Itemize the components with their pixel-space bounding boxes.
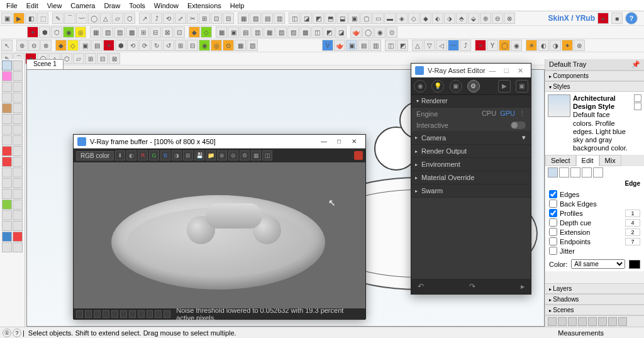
toolbar-icon[interactable]: ◩ — [313, 13, 324, 24]
maximize-button[interactable]: □ — [331, 137, 347, 147]
vfb-b-channel[interactable]: B — [160, 150, 170, 161]
vae-tab-frame[interactable]: ▣ — [516, 80, 528, 93]
toolbar-icon[interactable]: ⊙ — [223, 40, 234, 51]
tab-select[interactable]: Select — [545, 155, 576, 166]
toolbar-icon[interactable]: ▣ — [79, 40, 91, 51]
vfb-sb-btn[interactable] — [103, 310, 109, 318]
tray-icon[interactable] — [568, 317, 577, 326]
vfb-r-channel[interactable]: R — [138, 150, 148, 161]
channel-dropdown[interactable]: RGB color — [76, 151, 114, 161]
select-tool[interactable] — [2, 60, 12, 70]
tool[interactable] — [2, 146, 12, 156]
vae-tab-render[interactable]: ▶ — [498, 80, 511, 93]
tool[interactable] — [2, 103, 12, 113]
menu-window[interactable]: Window — [150, 1, 182, 11]
tool[interactable] — [2, 114, 12, 124]
toolbar-icon[interactable]: ◯ — [362, 26, 374, 38]
toolbar-icon[interactable]: ▸ — [597, 13, 609, 24]
tool[interactable] — [13, 210, 23, 220]
toolbar-icon[interactable]: ◧ — [25, 13, 36, 24]
toolbar-icon[interactable]: ⤴ — [460, 40, 471, 51]
gpu-option[interactable]: GPU — [500, 110, 515, 118]
tool[interactable] — [13, 135, 23, 145]
toolbar-icon[interactable]: ⌒ — [64, 13, 75, 24]
minimize-button[interactable]: — — [486, 67, 499, 74]
tool[interactable] — [2, 93, 12, 103]
toolbar-icon[interactable]: ✦ — [562, 40, 573, 51]
toolbar-icon[interactable]: ▦ — [216, 26, 227, 38]
toolbar-icon[interactable]: ◑ — [550, 40, 561, 51]
tool[interactable] — [2, 242, 12, 252]
vfb-btn[interactable]: ⬇ — [115, 150, 125, 161]
toolbar-icon[interactable]: ⟳ — [139, 40, 150, 51]
toolbar-icon[interactable]: ◪ — [301, 13, 312, 24]
tool[interactable] — [13, 242, 23, 252]
vray-frame-buffer-window[interactable]: V-Ray frame buffer - [100% of 800 x 450]… — [73, 134, 366, 319]
toolbar-icon[interactable]: ▣ — [348, 13, 360, 24]
toolbar-icon[interactable]: ⊗ — [504, 13, 515, 24]
vae-tab-settings[interactable]: ⚙ — [467, 80, 480, 93]
tool[interactable] — [2, 200, 12, 210]
toolbar-icon[interactable]: ▱ — [73, 53, 84, 64]
toolbar-icon[interactable]: ⊛ — [574, 40, 585, 51]
toolbar-icon[interactable]: ✦ — [103, 40, 114, 51]
tool[interactable] — [13, 93, 23, 103]
vfb-btn[interactable]: ⊕ — [217, 150, 227, 161]
vfb-sb-btn[interactable] — [76, 310, 83, 318]
toolbar-icon[interactable]: ▽ — [424, 40, 435, 51]
toolbar-icon[interactable]: ▨ — [287, 26, 299, 38]
toolbar-icon[interactable]: ⬡ — [51, 26, 62, 38]
toolbar-icon[interactable]: ▥ — [370, 40, 381, 51]
tool[interactable] — [13, 125, 23, 135]
scenes-panel[interactable]: Scenes — [545, 305, 644, 315]
toolbar-icon[interactable]: ✎ — [52, 13, 64, 24]
vae-render-output-section[interactable]: Render Output — [411, 145, 531, 158]
toolbar-icon[interactable]: ↺ — [163, 40, 174, 51]
toolbar-icon[interactable]: ▣ — [228, 26, 239, 38]
tray-icon[interactable] — [578, 317, 587, 326]
toolbar-icon[interactable]: ⬢ — [39, 26, 50, 38]
tool[interactable] — [2, 189, 12, 199]
toolbar-icon[interactable]: ⬖ — [432, 13, 443, 24]
toolbar-icon[interactable]: ◉ — [199, 40, 210, 51]
toolbar-icon[interactable]: 〰 — [448, 40, 459, 51]
toolbar-icon[interactable]: ⬘ — [456, 13, 467, 24]
toolbar-icon[interactable]: ▭ — [372, 13, 384, 24]
toolbar-icon[interactable]: ⬡ — [124, 13, 135, 24]
color-mode-select[interactable]: All same — [571, 259, 625, 269]
style-thumbnail[interactable] — [548, 94, 570, 117]
toolbar-icon[interactable]: ▤ — [240, 26, 251, 38]
tool[interactable] — [13, 200, 23, 210]
toolbar-icon[interactable]: ⊡ — [174, 26, 185, 38]
toolbar-icon[interactable]: ◁ — [436, 40, 447, 51]
style-action-icon[interactable] — [634, 103, 641, 110]
vray-render-icon[interactable]: 🫖 — [334, 40, 345, 51]
toolbar-icon[interactable]: ⊠ — [109, 53, 120, 64]
menu-draw[interactable]: Draw — [100, 1, 124, 11]
tool[interactable] — [13, 103, 23, 113]
toolbar-icon[interactable]: ⬗ — [444, 13, 455, 24]
style-action-icon[interactable] — [634, 94, 641, 102]
tray-icon[interactable] — [548, 317, 557, 326]
tray-icon[interactable] — [588, 317, 597, 326]
tool[interactable] — [2, 178, 12, 188]
toolbar-icon[interactable]: ↻ — [151, 40, 162, 51]
toolbar-icon[interactable]: ◆ — [189, 26, 200, 38]
vfb-sb-btn[interactable] — [129, 310, 136, 318]
vfb-sb-btn[interactable] — [164, 310, 170, 318]
vfb-sb-btn[interactable] — [138, 310, 145, 318]
toolbar-icon[interactable]: Y — [487, 40, 498, 51]
edge-style-icon[interactable] — [548, 167, 558, 177]
toolbar-icon[interactable]: 〰 — [76, 13, 87, 24]
question-icon[interactable]: ? — [625, 12, 638, 25]
toolbar-icon[interactable]: ▩ — [126, 26, 137, 38]
vae-tab-materials[interactable]: ◉ — [414, 80, 426, 93]
toolbar-icon[interactable]: ⊗ — [40, 40, 52, 51]
tray-icon[interactable] — [558, 317, 567, 326]
color-swatch[interactable] — [629, 260, 640, 269]
tray-pin-icon[interactable]: 📌 — [631, 60, 640, 69]
toolbar-icon[interactable]: ◇ — [201, 26, 212, 38]
vae-swarm-section[interactable]: Swarm — [411, 184, 531, 198]
depth-cue-checkbox[interactable]: Depth cue4 — [549, 218, 640, 227]
vfb-sb-btn[interactable] — [155, 310, 162, 318]
